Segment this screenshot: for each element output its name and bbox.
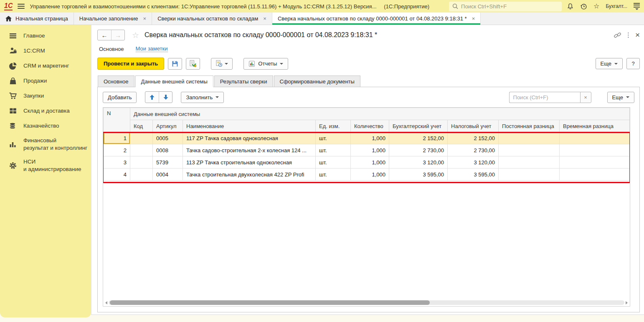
column-header-quantity[interactable]: Количество [351, 120, 389, 132]
sidebar-item-1c-crm[interactable]: 1С:CRM [0, 43, 91, 58]
column-header-accounting[interactable]: Бухгалтерский учет [389, 120, 448, 132]
table-cell[interactable] [499, 156, 560, 169]
move-row-up-button[interactable] [145, 92, 159, 103]
scrollbar-track[interactable] [109, 300, 624, 305]
column-header-permanent-diff[interactable]: Постоянная разница [499, 120, 560, 132]
sidebar-item-main[interactable]: Главное [0, 28, 91, 43]
table-cell[interactable]: 0008 [153, 144, 183, 156]
table-cell[interactable]: 1 [104, 132, 130, 144]
tab-close-icon[interactable]: × [263, 15, 266, 22]
table-cell[interactable]: 1,000 [351, 169, 389, 181]
scrollbar-thumb[interactable] [110, 300, 430, 305]
scroll-right-icon[interactable] [626, 301, 628, 304]
table-cell[interactable]: 1,000 [351, 156, 389, 169]
sidebar-item-sales[interactable]: Продажи [0, 73, 91, 88]
tab-home[interactable]: Начальная страница [0, 13, 74, 25]
table-cell[interactable] [130, 144, 153, 156]
table-cell[interactable]: 2 730,00 [389, 144, 448, 156]
column-header-unit[interactable]: Ед. изм. [316, 120, 351, 132]
functions-menu-icon[interactable] [634, 3, 640, 10]
sidebar-item-warehouse[interactable]: Склад и доставка [0, 103, 91, 118]
table-more-button[interactable]: Еще [607, 92, 634, 103]
get-link-icon[interactable] [614, 31, 621, 39]
table-cell[interactable]: 0004 [153, 169, 183, 181]
more-button[interactable]: Еще [596, 58, 623, 69]
current-user-label[interactable]: Бухгалт... [606, 3, 627, 9]
table-cell[interactable]: 3 595,00 [389, 169, 448, 181]
table-cell[interactable]: 0005 [153, 132, 183, 144]
table-cell[interactable]: 3 120,00 [448, 156, 499, 169]
table-cell[interactable] [560, 144, 630, 156]
table-cell[interactable] [560, 132, 630, 144]
create-based-on-button[interactable] [211, 58, 233, 70]
sidebar-item-treasury[interactable]: Казначейство [0, 118, 91, 133]
table-cell[interactable]: шт. [316, 156, 351, 169]
nav-link-main[interactable]: Основное [99, 46, 124, 52]
move-row-down-button[interactable] [159, 92, 172, 103]
table-cell[interactable] [560, 169, 630, 181]
table-search-input[interactable] [509, 92, 580, 103]
tab-close-icon[interactable]: × [472, 15, 475, 22]
table-row[interactable]: 20008Тачка садово-строительная 2-х колес… [104, 144, 630, 156]
table-row[interactable]: 35739113 ZP Тачка строительная одноколес… [104, 156, 630, 169]
sidebar-item-financial-result[interactable]: Финансовый результат и контроллинг [0, 133, 91, 155]
favorite-star-icon[interactable]: ☆ [132, 30, 139, 40]
form-tab-reconciliation-results[interactable]: Результаты сверки [214, 75, 273, 87]
table-cell[interactable]: Тачка садово-строительная 2-х колесная 1… [183, 144, 316, 156]
tab-close-icon[interactable]: × [143, 15, 147, 22]
table-cell[interactable]: 5739 [153, 156, 183, 169]
form-tab-external-data[interactable]: Данные внешней системы [135, 75, 213, 87]
table-cell[interactable]: Тачка строительная двухколесная 422 ZP P… [183, 169, 316, 181]
more-actions-kebab-icon[interactable]: ⋮ [625, 31, 631, 39]
table-cell[interactable]: 2 [104, 144, 130, 156]
table-cell[interactable]: 1,000 [351, 132, 389, 144]
table-cell[interactable]: 3 595,00 [448, 169, 499, 181]
scroll-left-icon[interactable] [105, 301, 107, 304]
add-row-button[interactable]: Добавить [103, 92, 137, 103]
table-cell[interactable]: 113 ZP Тачка строительная одноколесная [183, 156, 316, 169]
fill-button[interactable]: Заполнить [181, 92, 224, 103]
table-cell[interactable]: шт. [316, 132, 351, 144]
table-cell[interactable]: 3 120,00 [389, 156, 448, 169]
column-header-temporary-diff[interactable]: Временная разница [560, 120, 630, 132]
table-cell[interactable]: 117 ZP Тачка садовая одноколесная [183, 132, 316, 144]
reports-button[interactable]: Отчеты [243, 58, 288, 70]
column-header-name[interactable]: Наименование [183, 120, 316, 132]
table-cell[interactable]: 2 730,00 [448, 144, 499, 156]
sidebar-item-administration[interactable]: НСИ и администрирование [0, 155, 91, 176]
close-document-icon[interactable]: × [635, 30, 640, 40]
back-button[interactable]: ← [98, 30, 111, 40]
table-cell[interactable]: 2 152,00 [389, 132, 448, 144]
post-and-close-button[interactable]: Провести и закрыть [97, 58, 164, 70]
nav-link-my-notes[interactable]: Мои заметки [136, 45, 168, 52]
form-tab-main[interactable]: Основное [98, 75, 134, 87]
save-button[interactable] [168, 58, 182, 70]
group-column-header[interactable]: Данные внешней системы [130, 108, 630, 120]
table-cell[interactable]: 4 [104, 169, 130, 181]
table-cell[interactable] [499, 169, 560, 181]
favorites-star-icon[interactable]: ☆ [593, 3, 599, 10]
table-cell[interactable] [130, 169, 153, 181]
column-header-code[interactable]: Код [130, 120, 153, 132]
sidebar-item-purchases[interactable]: Закупки [0, 88, 91, 103]
column-header-tax[interactable]: Налоговый учет [448, 120, 499, 132]
table-cell[interactable] [560, 156, 630, 169]
table-cell[interactable]: 3 [104, 156, 130, 169]
table-cell[interactable]: 1,000 [351, 144, 389, 156]
table-cell[interactable] [130, 132, 153, 144]
tab-reconciliation-document[interactable]: Сверка начальных остатков по складу 0000… [272, 13, 481, 25]
table-cell[interactable]: шт. [316, 169, 351, 181]
column-header-article[interactable]: Артикул [153, 120, 183, 132]
table-row[interactable]: 40004Тачка строительная двухколесная 422… [104, 169, 630, 181]
table-row[interactable]: 10005117 ZP Тачка садовая одноколеснаяшт… [104, 132, 630, 144]
main-menu-icon[interactable] [18, 4, 25, 9]
form-tab-generated-documents[interactable]: Сформированные документы [274, 75, 360, 87]
column-header-n[interactable]: N [104, 108, 130, 132]
table-cell[interactable] [499, 144, 560, 156]
notifications-bell-icon[interactable] [567, 3, 574, 10]
table-cell[interactable]: 2 152,00 [448, 132, 499, 144]
table-cell[interactable] [130, 156, 153, 169]
sidebar-item-crm-marketing[interactable]: CRM и маркетинг [0, 58, 91, 73]
history-icon[interactable] [580, 3, 587, 10]
global-search-box[interactable]: Поиск Ctrl+Shift+F [449, 2, 562, 11]
